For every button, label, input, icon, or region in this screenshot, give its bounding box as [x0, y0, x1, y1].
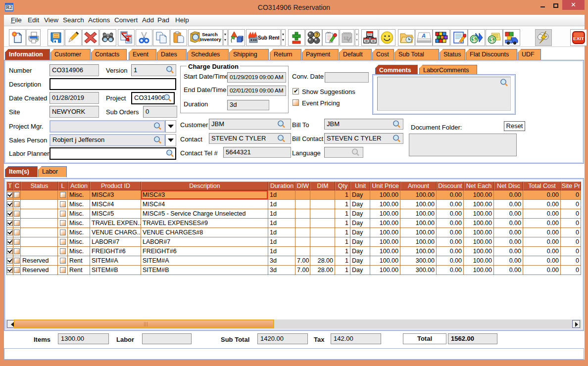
svg-text:$: $: [472, 36, 476, 43]
svg-text:?: ?: [315, 32, 318, 38]
svg-text:$: $: [490, 37, 493, 44]
svg-text:EXIT: EXIT: [573, 36, 584, 41]
svg-text:Sub Rent: Sub Rent: [258, 35, 279, 41]
svg-text:A: A: [421, 33, 426, 39]
svg-text:Inventory: Inventory: [200, 37, 221, 42]
